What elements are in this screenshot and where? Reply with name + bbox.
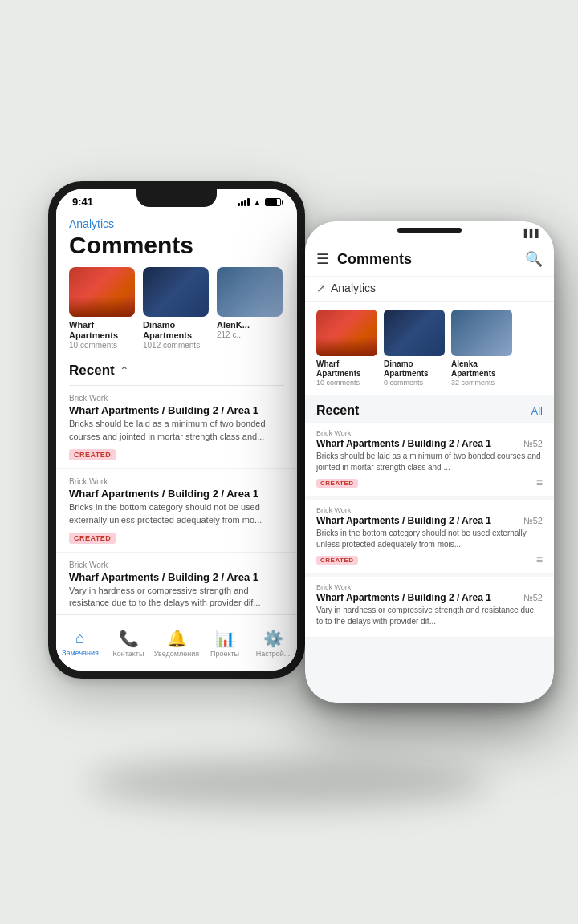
status-badge-2: CREATED: [69, 533, 116, 544]
front-list-icon-1: ≡: [536, 476, 543, 489]
front-property-name-1: Wharf Apartments: [316, 359, 377, 379]
phone-icon: 📞: [119, 629, 139, 648]
recent-label: Recent: [69, 363, 115, 379]
property-image-3: [217, 267, 283, 317]
front-list-icon-2: ≡: [536, 553, 543, 566]
comment-item-1[interactable]: Brick Work Wharf Apartments / Building 2…: [56, 386, 297, 469]
front-comment-location-row-3: Wharf Apartments / Building 2 / Area 1 №…: [316, 592, 543, 603]
property-count-1: 10 comments: [69, 341, 135, 350]
nav-item-comments[interactable]: ⌂ Замечания: [56, 629, 104, 657]
front-comment-location-row-1: Wharf Apartments / Building 2 / Area 1 №…: [316, 438, 543, 449]
nav-label-comments: Замечания: [62, 649, 99, 657]
signal-bar-4: [247, 198, 250, 206]
signal-bar-2: [241, 201, 243, 206]
comment-category-2: Brick Work: [69, 477, 284, 486]
front-status-badge-1: CREATED: [316, 479, 358, 488]
nav-label-projects: Проекты: [210, 650, 239, 658]
bottom-nav: ⌂ Замечания 📞 Контакты 🔔 Уведомления 📊 П…: [56, 614, 297, 671]
front-comment-text-3: Vary in hardness or compressive strength…: [316, 605, 543, 627]
status-time: 9:41: [72, 196, 93, 208]
back-phone: 9:41 ▲ Analy: [48, 181, 305, 679]
bell-icon: 🔔: [167, 629, 187, 648]
front-comment-num-2: №52: [523, 516, 543, 525]
comment-location-2: Wharf Apartments / Building 2 / Area 1: [69, 488, 284, 500]
menu-icon[interactable]: ☰: [316, 250, 329, 268]
front-comment-item-2[interactable]: Brick Work Wharf Apartments / Building 2…: [305, 500, 554, 573]
front-status-bar: ▌▌▌: [305, 221, 554, 244]
shadow: [88, 759, 490, 807]
search-icon[interactable]: 🔍: [525, 250, 543, 268]
front-notch: [397, 228, 462, 233]
signal-bar-1: [238, 203, 240, 206]
comment-item-2[interactable]: Brick Work Wharf Apartments / Building 2…: [56, 469, 297, 553]
sort-icon[interactable]: ⌃: [120, 364, 129, 377]
front-property-count-1: 10 comments: [316, 379, 377, 387]
comment-text-3: Vary in hardness or compressive strength…: [69, 585, 284, 610]
front-property-card-3[interactable]: Alenka Apartments 32 comments: [451, 310, 512, 387]
nav-item-notifications[interactable]: 🔔 Уведомления: [153, 629, 201, 658]
front-comment-text-1: Bricks should be laid as a minimum of tw…: [316, 451, 543, 473]
comment-location-3: Wharf Apartments / Building 2 / Area 1: [69, 571, 284, 583]
property-name-3: AlenK...: [217, 320, 283, 330]
front-comment-footer-1: CREATED ≡: [316, 476, 543, 489]
nav-item-contacts[interactable]: 📞 Контакты: [104, 629, 153, 658]
battery-icon: [265, 198, 281, 206]
settings-icon: ⚙️: [263, 629, 283, 648]
front-comment-category-2: Brick Work: [316, 506, 543, 514]
home-icon: ⌂: [75, 629, 85, 647]
front-comment-location-3: Wharf Apartments / Building 2 / Area 1: [316, 592, 491, 603]
front-recent-title: Recent: [316, 403, 359, 418]
property-count-3: 212 c...: [217, 330, 283, 339]
property-name-1: Wharf Apartments: [69, 320, 135, 341]
front-comment-category-3: Brick Work: [316, 583, 543, 591]
projects-icon: 📊: [215, 629, 235, 648]
property-card-1[interactable]: Wharf Apartments 10 comments: [69, 267, 135, 350]
front-property-count-2: 0 comments: [384, 379, 445, 387]
front-status-badge-2: CREATED: [316, 556, 358, 565]
front-comment-num-1: №52: [523, 439, 543, 448]
wifi-icon: ▲: [253, 197, 262, 207]
nav-label-contacts: Контакты: [113, 650, 144, 658]
front-property-scroll: Wharf Apartments 10 comments Dinamo Apar…: [305, 302, 554, 395]
front-property-card-1[interactable]: Wharf Apartments 10 comments: [316, 310, 377, 387]
analytics-row[interactable]: ↗ Analytics: [305, 277, 554, 302]
nav-label-notifications: Уведомления: [154, 650, 199, 658]
comment-location-1: Wharf Apartments / Building 2 / Area 1: [69, 404, 284, 416]
property-image-2: [143, 267, 209, 317]
front-comment-location-1: Wharf Apartments / Building 2 / Area 1: [316, 438, 491, 449]
property-card-2[interactable]: Dinamo Apartments 1012 comments: [143, 267, 209, 350]
front-comment-text-2: Bricks in the bottom category should not…: [316, 528, 543, 550]
front-property-name-3: Alenka Apartments: [451, 359, 512, 379]
front-comment-item-3[interactable]: Brick Work Wharf Apartments / Building 2…: [305, 577, 554, 638]
back-notch: [136, 189, 217, 207]
comment-category-1: Brick Work: [69, 394, 284, 403]
front-header-left: ☰ Comments: [316, 250, 412, 268]
front-comment-item-1[interactable]: Brick Work Wharf Apartments / Building 2…: [305, 423, 554, 496]
front-phone: ▌▌▌ ☰ Comments 🔍 ↗ Analytics: [305, 221, 554, 703]
front-all-button[interactable]: All: [531, 405, 543, 417]
property-name-2: Dinamo Apartments: [143, 320, 209, 341]
back-content: 9:41 ▲ Analy: [56, 189, 297, 671]
recent-header: Recent ⌃: [56, 359, 297, 385]
front-comment-num-3: №52: [523, 593, 543, 602]
page-title: Comments: [56, 232, 297, 267]
front-property-card-2[interactable]: Dinamo Apartments 0 comments: [384, 310, 445, 387]
front-comment-location-2: Wharf Apartments / Building 2 / Area 1: [316, 515, 491, 526]
property-card-3[interactable]: AlenK... 212 c...: [217, 267, 283, 350]
front-property-name-2: Dinamo Apartments: [384, 359, 445, 379]
property-scroll: Wharf Apartments 10 comments Dinamo Apar…: [56, 267, 297, 359]
analytics-label: Analytics: [331, 282, 376, 294]
nav-label-settings: Настрой...: [256, 650, 291, 658]
front-property-count-3: 32 comments: [451, 379, 512, 387]
comment-text-1: Bricks should be laid as a minimum of tw…: [69, 418, 284, 443]
analytics-link[interactable]: Analytics: [56, 211, 297, 232]
front-comment-location-row-2: Wharf Apartments / Building 2 / Area 1 №…: [316, 515, 543, 526]
nav-item-settings[interactable]: ⚙️ Настрой...: [249, 629, 297, 658]
nav-item-projects[interactable]: 📊 Проекты: [201, 629, 249, 658]
front-recent-header: Recent All: [305, 395, 554, 423]
comment-item-3[interactable]: Brick Work Wharf Apartments / Building 2…: [56, 553, 297, 622]
front-property-image-1: [316, 310, 377, 356]
front-signal-icon: ▌▌▌: [524, 229, 541, 237]
trend-icon: ↗: [316, 282, 326, 294]
comment-category-3: Brick Work: [69, 561, 284, 569]
